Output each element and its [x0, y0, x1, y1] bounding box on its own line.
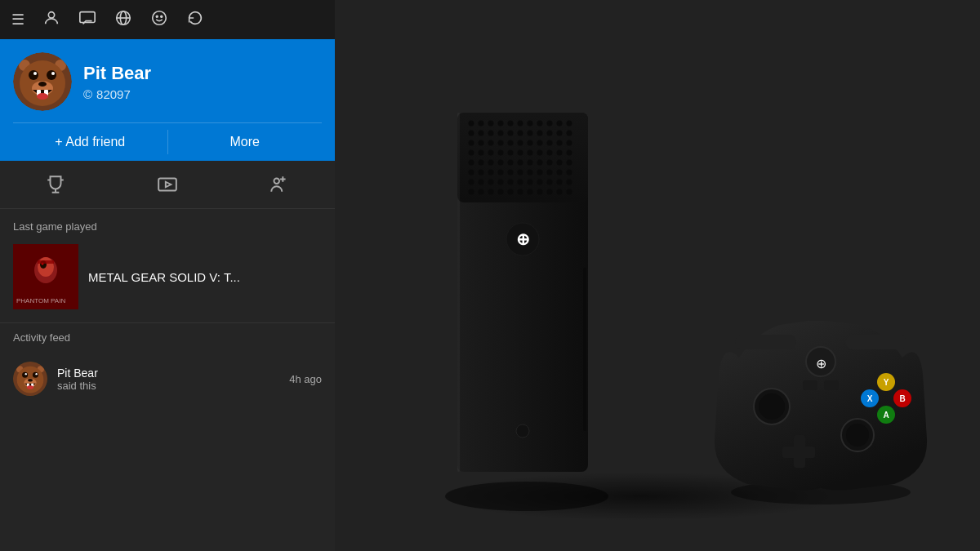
svg-point-0 — [48, 11, 54, 17]
xbox-controller: ⊕ Y A X B — [698, 276, 943, 504]
svg-text:⊕: ⊕ — [816, 357, 826, 371]
svg-point-109 — [498, 169, 504, 175]
svg-point-118 — [479, 179, 484, 184]
game-thumbnail: PHANTOM PAIN — [13, 244, 78, 309]
tab-captures[interactable] — [112, 161, 224, 208]
svg-point-52 — [479, 120, 484, 126]
svg-point-88 — [508, 149, 514, 155]
svg-point-103 — [547, 159, 553, 165]
svg-point-111 — [518, 169, 523, 175]
left-panel: ☰ — [0, 0, 335, 551]
svg-point-56 — [518, 120, 523, 126]
svg-rect-145 — [735, 335, 796, 349]
svg-point-53 — [488, 120, 494, 126]
svg-text:PHANTOM PAIN: PHANTOM PAIN — [16, 297, 65, 304]
svg-point-98 — [498, 159, 504, 165]
svg-text:Y: Y — [884, 378, 889, 387]
menu-icon[interactable]: ☰ — [11, 11, 24, 29]
chat-icon[interactable] — [78, 9, 96, 31]
profile-header: Pit Bear © 82097 + Add friend More — [0, 39, 335, 161]
add-friend-button[interactable]: + Add friend — [13, 123, 167, 161]
tab-followers[interactable] — [223, 161, 335, 208]
svg-point-119 — [488, 179, 494, 184]
tab-row — [0, 161, 335, 209]
more-button[interactable]: More — [168, 123, 323, 161]
svg-rect-23 — [158, 178, 176, 190]
svg-point-68 — [528, 130, 533, 136]
profile-top: Pit Bear © 82097 — [13, 52, 322, 111]
svg-point-106 — [469, 169, 474, 175]
svg-point-128 — [469, 189, 474, 194]
xbox-console: ⊕ — [437, 39, 617, 513]
activity-item[interactable]: Pit Bear said this 4h ago — [0, 353, 335, 404]
profile-info: Pit Bear © 82097 — [83, 63, 151, 101]
svg-point-19 — [38, 82, 47, 87]
svg-point-77 — [508, 140, 514, 145]
svg-point-76 — [498, 140, 504, 145]
svg-point-51 — [469, 120, 474, 126]
svg-point-81 — [547, 140, 553, 145]
svg-point-133 — [518, 189, 523, 194]
svg-rect-146 — [845, 335, 906, 349]
svg-rect-163 — [803, 380, 817, 390]
globe-icon[interactable] — [114, 9, 132, 31]
svg-point-14 — [29, 70, 38, 80]
svg-point-121 — [508, 179, 514, 184]
svg-point-65 — [498, 130, 504, 136]
tab-achievements[interactable] — [0, 161, 112, 208]
activity-action: said this — [57, 380, 279, 392]
gamertag-number: 82097 — [96, 87, 131, 101]
svg-point-83 — [567, 140, 572, 145]
avatar — [13, 52, 72, 111]
svg-point-117 — [469, 179, 474, 184]
svg-point-104 — [557, 159, 563, 165]
svg-point-138 — [567, 189, 572, 194]
svg-point-115 — [557, 169, 563, 175]
svg-text:⊕: ⊕ — [516, 230, 530, 248]
svg-point-110 — [508, 169, 514, 175]
gamertag-icon: © — [83, 87, 92, 101]
svg-point-70 — [547, 130, 553, 136]
svg-point-44 — [28, 379, 33, 382]
svg-point-55 — [508, 120, 514, 126]
svg-point-96 — [479, 159, 484, 165]
emoji-icon[interactable] — [150, 9, 168, 31]
profile-name: Pit Bear — [83, 63, 151, 84]
right-panel: ⊕ ⊕ — [335, 0, 980, 551]
svg-rect-152 — [782, 447, 815, 458]
game-item[interactable]: PHANTOM PAIN METAL GEAR SOLID V: T... — [0, 241, 335, 322]
svg-point-16 — [33, 72, 37, 75]
svg-point-78 — [518, 140, 523, 145]
svg-point-66 — [508, 130, 514, 136]
svg-point-41 — [25, 373, 27, 375]
svg-point-95 — [469, 159, 474, 165]
svg-point-132 — [508, 189, 514, 194]
svg-point-61 — [567, 120, 572, 126]
svg-point-90 — [528, 149, 533, 155]
svg-point-123 — [528, 179, 533, 184]
activity-section: Activity feed — [0, 322, 335, 404]
svg-point-116 — [567, 169, 572, 175]
svg-text:A: A — [883, 411, 889, 420]
gamertag: © 82097 — [83, 87, 151, 101]
svg-point-105 — [567, 159, 572, 165]
svg-point-47 — [27, 385, 33, 389]
svg-point-94 — [567, 149, 572, 155]
svg-point-62 — [469, 130, 474, 136]
svg-marker-24 — [166, 182, 172, 188]
svg-point-112 — [528, 169, 533, 175]
svg-point-125 — [547, 179, 553, 184]
svg-point-15 — [47, 70, 56, 80]
svg-point-58 — [537, 120, 543, 126]
profile-icon[interactable] — [42, 9, 60, 31]
svg-point-142 — [516, 424, 529, 438]
svg-point-150 — [759, 393, 785, 420]
svg-point-114 — [547, 169, 553, 175]
svg-point-42 — [35, 373, 37, 375]
svg-point-87 — [498, 149, 504, 155]
svg-text:B: B — [899, 394, 905, 403]
svg-point-107 — [479, 169, 484, 175]
svg-point-101 — [528, 159, 533, 165]
svg-point-57 — [528, 120, 533, 126]
refresh-icon[interactable] — [186, 9, 204, 31]
